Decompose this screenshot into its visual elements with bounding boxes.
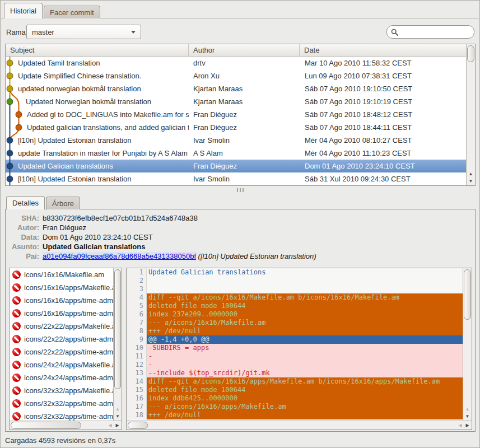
- branch-combobox[interactable]: master: [26, 25, 141, 39]
- file-item[interactable]: icons/22x22/apps/time-admin.svg: [10, 346, 113, 358]
- detail-field-value: Dom 01 Ago 2010 23:24:10 CEST: [43, 232, 153, 242]
- commit-date: Mér 04 Ago 2010 11:10:23 CEST: [300, 147, 466, 160]
- pane-splitter[interactable]: [237, 188, 244, 192]
- commit-row[interactable]: Updated Tamil translationdrtvMar 10 Ago …: [6, 57, 466, 69]
- tab-historial[interactable]: Historial: [4, 3, 43, 18]
- scroll-up-icon[interactable]: ▲: [467, 170, 475, 178]
- files-vertical-scrollbar[interactable]: ▲ ▼: [113, 268, 122, 421]
- commit-author: Aron Xu: [189, 69, 300, 82]
- diff-line-number: 17: [127, 403, 147, 411]
- detail-field: Asunto:Updated Galician translations: [9, 242, 470, 251]
- diff-line: 5deleted file mode 100644: [127, 302, 463, 310]
- column-header-subject[interactable]: Subject: [6, 44, 189, 56]
- commit-row[interactable]: Added gl to DOC_LINGUAS into Makefile.am…: [6, 108, 466, 121]
- diff-line: 8+++ /dev/null: [127, 327, 463, 335]
- scroll-up-icon[interactable]: ▲: [463, 405, 472, 413]
- file-item[interactable]: icons/16x16/apps/Makefile.am: [10, 281, 113, 294]
- scroll-right-icon[interactable]: ▶: [464, 423, 471, 428]
- tab-arbore[interactable]: Árbore: [46, 197, 80, 209]
- commit-list-vertical-scrollbar[interactable]: ▲ ▼: [466, 44, 475, 185]
- detail-field: Autor:Fran Diéguez: [9, 223, 470, 232]
- diff-line-number: 8: [127, 327, 147, 335]
- detail-field: Data:Dom 01 Ago 2010 23:24:10 CEST: [9, 232, 470, 242]
- scrollbar-thumb[interactable]: [464, 269, 471, 320]
- commit-row[interactable]: Updated Galician translationsFran Diégue…: [6, 160, 466, 172]
- detail-field-value: Updated Galician translations: [43, 242, 146, 251]
- diff-line: 3: [127, 285, 463, 293]
- scrollbar-thumb[interactable]: [11, 422, 81, 429]
- file-item[interactable]: icons/22x22/apps/time-admin.png: [10, 333, 113, 346]
- diff-line-text: +++ /dev/null: [147, 411, 463, 419]
- diff-line-number: 3: [127, 285, 147, 293]
- commit-date: Sáb 07 Ago 2010 19:10:19 CEST: [300, 95, 466, 108]
- commit-date: Mar 10 Ago 2010 11:58:32 CEST: [300, 57, 466, 69]
- file-item[interactable]: icons/32x32/apps/Makefile.am: [10, 384, 113, 397]
- diff-line: 18+++ /dev/null: [127, 411, 463, 419]
- tab-historial-label: Historial: [10, 7, 36, 15]
- commit-row[interactable]: Updated galician translations, and added…: [6, 121, 466, 134]
- parent-sha-link[interactable]: a01e094fa09fceaaf86a78d668a5e431338050bf: [43, 252, 196, 260]
- tab-detalles[interactable]: Detalles: [6, 196, 45, 209]
- file-item[interactable]: icons/22x22/apps/Makefile.am: [10, 320, 113, 333]
- file-item[interactable]: icons/16x16/apps/time-admin.png: [10, 294, 113, 307]
- scrollbar-thumb[interactable]: [128, 422, 148, 429]
- commit-date: Dom 01 Ago 2010 23:24:10 CEST: [300, 160, 466, 172]
- diff-line-text: -SUBDIRS = apps: [147, 344, 463, 352]
- diff-line-text: --- a/icons/16x16/apps/Makefile.am: [147, 403, 463, 411]
- commit-author: Fran Diéguez: [189, 108, 300, 121]
- commit-date: Sáb 07 Ago 2010 18:44:11 CEST: [300, 121, 466, 134]
- diff-vertical-scrollbar[interactable]: ▲ ▼: [463, 268, 472, 421]
- file-item[interactable]: icons/32x32/apps/time-admin.png: [10, 397, 113, 410]
- column-header-author[interactable]: Author: [189, 44, 300, 56]
- status-bar: Cargadas 4593 revisións en 0,37s: [5, 436, 115, 445]
- search-input[interactable]: [400, 27, 470, 37]
- diff-line-text: deleted file mode 100644: [147, 302, 463, 310]
- file-item[interactable]: icons/24x24/apps/Makefile.am: [10, 358, 113, 371]
- search-box[interactable]: [386, 25, 474, 39]
- diff-line: 11-: [127, 352, 463, 361]
- file-item[interactable]: icons/16x16/apps/time-admin.svg: [10, 307, 113, 320]
- tab-facer-commit[interactable]: Facer commit: [44, 6, 100, 18]
- details-panel: SHA:b8330723f6efb8ecf1e07cb01b17d524a674…: [5, 209, 476, 432]
- diff-line-number: 14: [127, 377, 147, 386]
- scrollbar-thumb[interactable]: [467, 45, 474, 62]
- files-horizontal-scrollbar[interactable]: ◀ ▶: [10, 421, 122, 430]
- changed-files-panel: icons/16x16/Makefile.amicons/16x16/apps/…: [9, 268, 122, 430]
- commit-date: Sáb 07 Ago 2010 18:48:12 CEST: [300, 108, 466, 121]
- commit-row[interactable]: updated norwegian bokmål translationKjar…: [6, 82, 466, 95]
- diff-line: 7--- a/icons/16x16/Makefile.am: [127, 319, 463, 327]
- file-item[interactable]: icons/32x32/apps/time-admin.svg: [10, 410, 113, 421]
- scrollbar-thumb[interactable]: [114, 269, 121, 389]
- diff-line-number: 6: [127, 310, 147, 319]
- scroll-left-icon[interactable]: ◀: [106, 423, 114, 428]
- commit-subject: Updated Norwegian bokmål translation: [6, 95, 189, 108]
- diff-line-number: 4: [127, 293, 147, 302]
- diff-line: 17--- a/icons/16x16/apps/Makefile.am: [127, 403, 463, 411]
- deleted-file-icon: [12, 386, 21, 395]
- scroll-left-icon[interactable]: ◀: [456, 423, 464, 428]
- file-item[interactable]: icons/16x16/Makefile.am: [10, 268, 113, 281]
- commit-row[interactable]: [l10n] Updated Estonian translationIvar …: [6, 172, 466, 185]
- diff-horizontal-scrollbar[interactable]: ◀ ▶: [127, 421, 472, 430]
- diff-line-number: 1: [127, 268, 147, 277]
- scroll-down-icon[interactable]: ▼: [467, 178, 475, 185]
- file-path: icons/22x22/apps/Makefile.am: [24, 322, 113, 330]
- commit-subject: updated norwegian bokmål translation: [6, 82, 189, 95]
- file-item[interactable]: icons/24x24/apps/time-admin.png: [10, 371, 113, 384]
- scroll-down-icon[interactable]: ▼: [463, 413, 472, 420]
- main-tab-bar: Historial Facer commit: [4, 3, 101, 18]
- gitg-window: Historial Facer commit Rama: master Subj…: [0, 0, 480, 448]
- scroll-right-icon[interactable]: ▶: [114, 423, 121, 428]
- commit-row[interactable]: update Translation in master for Punjabi…: [6, 147, 466, 160]
- commit-row[interactable]: [l10n] Updated Estonian translationIvar …: [6, 134, 466, 147]
- commit-subject: update Translation in master for Punjabi…: [6, 147, 189, 160]
- commit-subject: Updated Galician translations: [6, 160, 189, 172]
- commit-row[interactable]: Update Simplified Chinese translation.Ar…: [6, 69, 466, 82]
- commit-row[interactable]: Updated Norwegian bokmål translationKjar…: [6, 95, 466, 108]
- commit-subject: [l10n] Updated Estonian translation: [6, 172, 189, 185]
- file-path: icons/22x22/apps/time-admin.png: [24, 335, 113, 343]
- files-diff-splitter[interactable]: [122, 268, 126, 430]
- scroll-down-icon[interactable]: ▼: [114, 413, 122, 420]
- scroll-up-icon[interactable]: ▲: [114, 405, 122, 413]
- column-header-date[interactable]: Date: [300, 44, 466, 56]
